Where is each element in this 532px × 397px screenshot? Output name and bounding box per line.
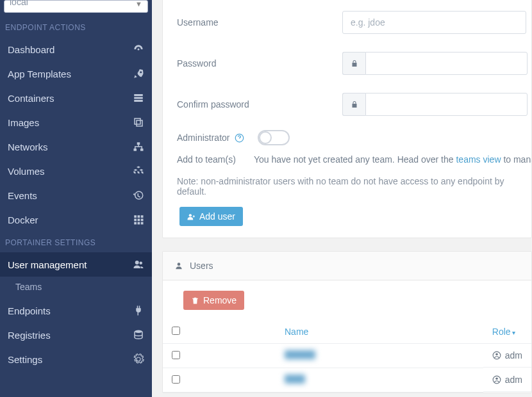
svg-point-19 [135, 330, 142, 334]
svg-point-17 [135, 261, 139, 264]
sidebar-item-label: Docker [8, 215, 38, 225]
sidebar-item-label: App Templates [8, 69, 71, 79]
svg-rect-8 [134, 215, 137, 218]
sidebar-item-settings[interactable]: Settings [0, 347, 152, 371]
svg-point-22 [178, 263, 181, 266]
svg-rect-9 [138, 215, 140, 218]
sidebar-item-user-management[interactable]: User management [0, 252, 152, 277]
svg-rect-11 [134, 219, 137, 222]
toggle-knob [259, 131, 272, 144]
confirm-password-input[interactable] [365, 93, 528, 116]
svg-rect-14 [134, 222, 137, 225]
environment-value: local [10, 0, 28, 5]
sidebar-item-images[interactable]: Images [0, 110, 152, 134]
cogs-icon [133, 353, 144, 365]
add-user-panel: Username Password Confirm password [162, 0, 532, 238]
chevron-down-icon: ▼ [135, 0, 142, 8]
svg-point-24 [495, 353, 498, 356]
sidebar-item-dashboard[interactable]: Dashboard [0, 37, 152, 61]
svg-rect-0 [134, 94, 143, 96]
sort-icon: ▾ [512, 329, 515, 336]
sidebar-item-endpoints[interactable]: Endpoints [0, 298, 152, 323]
sidebar-item-docker[interactable]: Docker [0, 207, 152, 232]
user-role-cell: adm [483, 344, 531, 368]
plug-icon [133, 305, 144, 316]
server-icon [133, 92, 144, 104]
add-user-button[interactable]: Add user [179, 207, 243, 226]
teams-note: Note: non-administrator users with no te… [163, 167, 531, 200]
svg-rect-6 [134, 149, 137, 151]
svg-rect-7 [140, 149, 144, 151]
svg-rect-15 [138, 222, 140, 225]
add-to-teams-label: Add to team(s) [177, 154, 241, 165]
user-name-cell[interactable] [276, 344, 483, 368]
svg-rect-2 [134, 100, 143, 102]
database-icon [133, 329, 144, 341]
sidebar-item-label: Containers [8, 93, 54, 104]
environment-selector[interactable]: local ▼ [4, 0, 148, 13]
teams-message: You have not yet created any team. Head … [254, 154, 531, 165]
username-label: Username [177, 17, 342, 28]
column-name[interactable]: Name [276, 320, 483, 344]
svg-rect-12 [138, 219, 140, 222]
sidebar-item-label: Images [8, 117, 39, 128]
administrator-label: Administrator [177, 133, 229, 143]
administrator-toggle[interactable] [258, 130, 290, 145]
user-name-cell[interactable] [276, 368, 483, 393]
table-row: adm [163, 368, 531, 393]
password-label: Password [177, 58, 342, 69]
user-circle-icon [492, 351, 501, 360]
user-circle-icon [492, 375, 501, 384]
sidebar-item-label: User management [8, 259, 87, 270]
lock-icon [342, 93, 365, 116]
trash-icon [191, 296, 199, 305]
sidebar-item-events[interactable]: Events [0, 183, 152, 207]
remove-button[interactable]: Remove [183, 291, 244, 310]
password-input[interactable] [365, 52, 528, 75]
sidebar-item-app-templates[interactable]: App Templates [0, 61, 152, 86]
confirm-password-label: Confirm password [177, 99, 342, 109]
svg-rect-1 [134, 97, 143, 99]
column-role[interactable]: Role▾ [483, 320, 531, 344]
svg-point-18 [140, 262, 143, 265]
svg-point-26 [495, 377, 498, 380]
history-icon [133, 190, 144, 201]
dashboard-icon [133, 44, 144, 55]
user-role-cell: adm [483, 368, 531, 392]
sidebar-item-volumes[interactable]: Volumes [0, 159, 152, 183]
svg-rect-13 [141, 219, 144, 222]
lock-icon [342, 52, 365, 75]
svg-rect-5 [137, 142, 140, 145]
select-all-checkbox[interactable] [172, 327, 180, 335]
teams-view-link[interactable]: teams view [456, 154, 501, 165]
users-panel-title: Users [190, 261, 213, 271]
sidebar-section-endpoint: ENDPOINT ACTIONS [0, 17, 152, 37]
svg-rect-3 [135, 118, 140, 124]
svg-rect-4 [137, 120, 142, 126]
clone-icon [133, 117, 144, 128]
sidebar-item-label: Events [8, 190, 37, 201]
user-icon [174, 261, 183, 270]
sidebar-subitem-teams[interactable]: Teams [0, 277, 152, 298]
users-panel: Users Remove Name Role▾ [162, 251, 532, 393]
sidebar-item-networks[interactable]: Networks [0, 134, 152, 159]
sidebar-item-registries[interactable]: Registries [0, 323, 152, 347]
users-icon [133, 259, 144, 270]
svg-rect-10 [141, 215, 144, 218]
svg-point-21 [189, 214, 192, 216]
row-checkbox[interactable] [172, 375, 180, 384]
sidebar-item-label: Dashboard [8, 44, 54, 55]
help-icon[interactable] [235, 133, 244, 143]
row-checkbox[interactable] [172, 351, 180, 359]
username-input[interactable] [342, 11, 526, 34]
cubes-icon [133, 165, 144, 177]
sidebar-item-label: Settings [8, 354, 42, 365]
users-table: Name Role▾ adm [163, 320, 531, 393]
table-row: adm [163, 344, 531, 368]
sitemap-icon [133, 141, 144, 152]
sidebar-item-label: Volumes [8, 166, 45, 177]
sidebar-item-label: Registries [8, 330, 51, 341]
sidebar-item-label: Networks [8, 142, 48, 152]
user-plus-icon [187, 213, 195, 221]
sidebar-item-containers[interactable]: Containers [0, 86, 152, 110]
